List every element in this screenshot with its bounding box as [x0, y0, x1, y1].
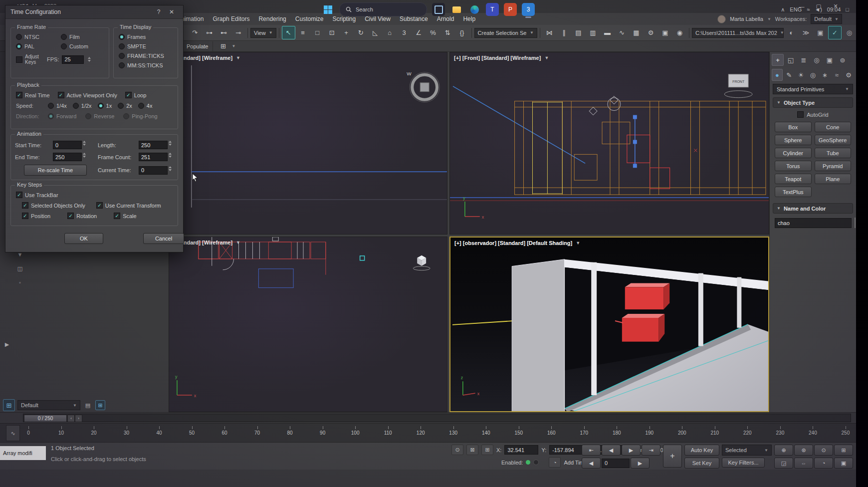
forward-radio[interactable]: Forward [48, 113, 76, 119]
object-color-swatch[interactable] [855, 218, 856, 228]
go-start-button[interactable]: ⇤ [582, 445, 601, 456]
cameras-category-icon[interactable]: ◎ [808, 69, 819, 81]
select-move-icon[interactable]: + [340, 26, 353, 39]
task-view-icon[interactable] [432, 3, 445, 16]
snap-toggle-icon[interactable]: 3 [398, 26, 411, 39]
frame-count-field[interactable]: 251 [139, 153, 168, 161]
expand-arrow-icon[interactable]: ▶ [2, 339, 12, 349]
project-path-dropdown[interactable]: C:\Users\201111...ts\3ds Max 202 ▼ [692, 28, 784, 38]
reverse-radio[interactable]: Reverse [85, 113, 114, 119]
loop-checkbox[interactable]: Loop [125, 92, 146, 98]
viewport-perspective[interactable]: [+] [observador] [Standard] [Default Sha… [449, 237, 769, 412]
systems-category-icon[interactable]: ⚙ [843, 69, 854, 81]
primitive-button[interactable]: TextPlus [775, 187, 812, 197]
reference-coordsys-dropdown[interactable]: View ▼ [250, 28, 276, 38]
render-setup-icon[interactable]: ⚙ [644, 26, 657, 39]
select-link-icon[interactable]: ⊶ [203, 26, 216, 39]
named-selection-sets-dropdown[interactable]: Create Selection Se ▼ [474, 28, 537, 38]
geometry-category-icon[interactable]: ● [772, 69, 783, 81]
maximize-viewport-icon[interactable]: ▣ [834, 458, 853, 469]
primitive-button[interactable]: GeoSphere [815, 135, 852, 145]
selection-lock-icon[interactable]: ⊠ [466, 445, 478, 455]
menu-item[interactable]: Rendering [254, 15, 290, 22]
prev-key-button[interactable]: ◀ [602, 445, 621, 456]
render-production-icon[interactable]: ◉ [673, 26, 686, 39]
file-explorer-icon[interactable] [450, 3, 463, 16]
populate-label[interactable]: Populate [187, 43, 208, 49]
enabled-on-indicator[interactable] [526, 460, 530, 465]
next-frame-step[interactable]: › [75, 415, 82, 422]
rendered-frame-icon[interactable]: ▣ [658, 26, 672, 39]
clock[interactable]: 09:04 [827, 6, 841, 12]
dialog-title-bar[interactable]: Time Configuration ? ✕ [5, 5, 183, 19]
ribbon-icon[interactable]: ▬ [601, 26, 614, 39]
length-field[interactable]: 250 [139, 141, 168, 149]
create-tab-icon[interactable]: + [772, 54, 784, 66]
absolute-mode-icon[interactable]: ⊞ [481, 445, 493, 455]
user-name[interactable]: Marta Labella [730, 16, 763, 22]
viewport-filter-icon[interactable]: ▼ [544, 55, 549, 60]
3dsmax-icon[interactable]: 3 [522, 3, 535, 16]
cancel-button[interactable]: Cancel [143, 233, 184, 244]
select-by-name-icon[interactable]: ≡ [296, 26, 310, 39]
display-toggle-icon[interactable]: ◫ [15, 263, 25, 273]
speed-quarter-radio[interactable]: 1/4x [48, 103, 67, 109]
speed-4x-radio[interactable]: 4x [138, 103, 153, 109]
spinner[interactable] [88, 57, 91, 62]
teams-icon[interactable]: T [486, 3, 499, 16]
network-icon[interactable]: ≈ [807, 6, 810, 12]
frame-ticks-radio[interactable]: FRAME:TICKS [119, 53, 173, 59]
spinner[interactable] [83, 141, 86, 149]
current-time-field[interactable]: 0 [139, 166, 168, 175]
workspace-dropdown[interactable]: Default ▼ [811, 14, 842, 24]
primitive-button[interactable]: Plane [815, 174, 852, 184]
zoom-region-icon[interactable]: ◲ [774, 458, 793, 469]
viewport-front[interactable]: [+] [Front] [Standard] [Wireframe] ▼ [449, 52, 769, 235]
frames-radio[interactable]: Frames [119, 34, 173, 40]
selection-region-icon[interactable]: □ [311, 26, 324, 39]
health-check-icon[interactable]: ✓ [828, 26, 842, 39]
custom-radio[interactable]: Custom [61, 43, 104, 49]
smpte-radio[interactable]: SMPTE [119, 43, 173, 49]
taskbar-search[interactable]: Search [339, 2, 427, 16]
layers-icon[interactable]: ▤ [83, 400, 93, 410]
viewport-bottom-left[interactable]: [Standard] [Wireframe] ▼ [169, 237, 447, 412]
rotation-checkbox[interactable]: Rotation [67, 213, 97, 219]
user-avatar[interactable] [717, 15, 726, 23]
primitive-button[interactable]: Sphere [775, 135, 812, 145]
help-icon[interactable]: ? [152, 8, 165, 15]
x-coordinate-field[interactable]: 32.541 [504, 445, 538, 455]
primitive-button[interactable]: Torus [775, 161, 812, 171]
go-end-button[interactable]: ⇥ [642, 445, 660, 456]
primitive-button[interactable]: Tube [815, 148, 852, 158]
mm-ss-ticks-radio[interactable]: MM:SS:TICKS [119, 62, 173, 68]
real-time-checkbox[interactable]: Real Time [16, 92, 50, 98]
primitive-button[interactable]: Cylinder [775, 148, 812, 158]
adjust-keys-checkbox[interactable]: Adjust Keys [16, 54, 44, 65]
speed-1x-radio[interactable]: 1x [98, 103, 112, 109]
active-viewport-only-checkbox[interactable]: Active Viewport Only [58, 92, 117, 98]
schematic-view-icon[interactable]: ▦ [630, 26, 643, 39]
enabled-off-indicator[interactable] [533, 460, 539, 465]
speed-half-radio[interactable]: 1/2x [73, 103, 92, 109]
rescale-time-button[interactable]: Re-scale Time [24, 165, 87, 176]
maxscript-mini-listener[interactable]: Array modifi [0, 446, 46, 460]
key-filters-button[interactable]: Key Filters... [722, 458, 765, 468]
time-slider-track[interactable]: 0 / 250 ‹ › [23, 414, 851, 422]
select-place-icon[interactable]: ⌂ [383, 26, 397, 39]
current-frame-field[interactable]: 0 [602, 459, 630, 468]
grid-icon[interactable]: ⊞ [217, 41, 228, 51]
menu-item[interactable]: Substance [395, 15, 433, 22]
select-object-icon[interactable]: ↖ [282, 26, 295, 39]
unlink-icon[interactable]: ⊷ [217, 26, 230, 39]
overflow-icon[interactable]: ≫ [799, 26, 813, 39]
track-bar[interactable]: ∿ 01020304050607080901001101201301401501… [0, 423, 856, 443]
mirror-icon[interactable]: ⋈ [543, 26, 556, 39]
y-coordinate-field[interactable]: -157.894 [549, 445, 583, 455]
menu-item[interactable]: Scripting [328, 15, 360, 22]
use-current-transform-checkbox[interactable]: Use Current Transform [96, 202, 161, 209]
utilities-tab-icon[interactable]: ⊚ [837, 54, 849, 66]
modify-tab-icon[interactable]: ◱ [785, 54, 797, 66]
key-mode-dropdown[interactable]: Selected ▼ [722, 445, 772, 456]
position-checkbox[interactable]: Position [22, 213, 50, 219]
